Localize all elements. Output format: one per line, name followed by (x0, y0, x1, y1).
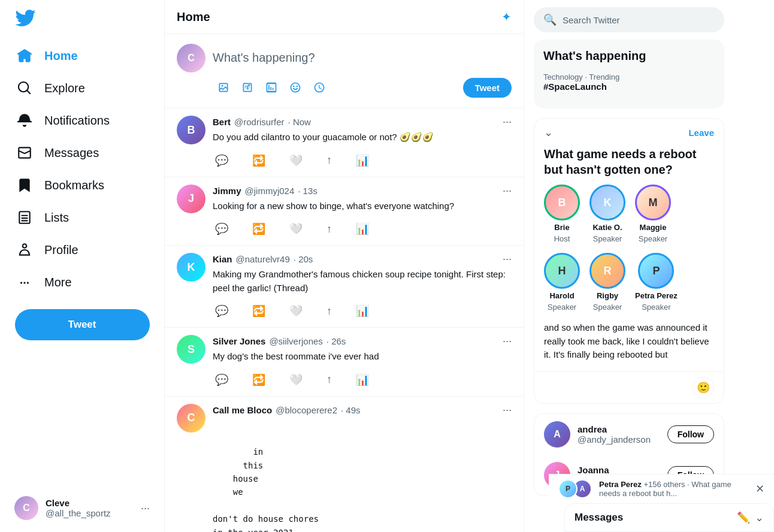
reply-btn-bert[interactable]: 💬 (213, 152, 231, 170)
analytics-icon: 📊 (356, 304, 369, 318)
share-icon: ↑ (326, 373, 332, 386)
like-btn-jimmy[interactable]: 🤍 (287, 220, 305, 238)
nav-messages[interactable]: Messages (7, 138, 157, 168)
tweet-avatar-jimmy: J (177, 185, 205, 213)
analytics-icon: 📊 (356, 154, 369, 167)
retweet-icon: 🔁 (252, 304, 265, 318)
retweet-btn-silver[interactable]: 🔁 (250, 371, 268, 389)
nav-lists[interactable]: Lists (7, 202, 157, 232)
retweet-icon: 🔁 (252, 154, 265, 167)
nav-profile[interactable]: Profile (7, 235, 157, 265)
spaces-speaker-rigby[interactable]: R Rigby Speaker (589, 253, 625, 312)
nav-profile-label: Profile (44, 243, 78, 257)
main-nav: Home Explore Notifications Messages Book… (7, 41, 157, 300)
spaces-speaker-brie[interactable]: B Brie Host (544, 185, 580, 243)
nav-explore[interactable]: Explore (7, 73, 157, 103)
analytics-btn-jimmy[interactable]: 📊 (353, 220, 371, 238)
spaces-emoji-button[interactable]: 🙂 (693, 377, 714, 398)
nav-notifications[interactable]: Notifications (7, 105, 157, 135)
profile-more-icon[interactable]: ··· (141, 502, 150, 515)
like-btn-silver[interactable]: 🤍 (287, 371, 305, 389)
tweet-name-kian: Kian (213, 254, 232, 264)
share-btn-silver[interactable]: ↑ (324, 371, 334, 389)
tweet-button[interactable]: Tweet (15, 309, 150, 340)
speaker-role-brie: Host (554, 234, 570, 243)
trending-tag: #SpaceLaunch (543, 81, 715, 92)
heart-icon: 🤍 (289, 373, 303, 386)
sparkle-icon[interactable]: ✦ (501, 10, 512, 24)
search-input[interactable] (563, 15, 715, 25)
like-btn-bert[interactable]: 🤍 (287, 152, 305, 170)
retweet-btn-bert[interactable]: 🔁 (250, 152, 268, 170)
spaces-leave-button[interactable]: Leave (688, 128, 714, 138)
share-icon: ↑ (326, 305, 332, 318)
emoji-tool[interactable] (285, 77, 306, 98)
messages-bar-header: Messages ✏️ ⌄ (565, 504, 773, 531)
compose-placeholder[interactable]: What's happening? (213, 44, 512, 72)
messages-compose-button[interactable]: ✏️ (737, 511, 750, 524)
notif-close-button[interactable]: ✕ (755, 482, 764, 495)
schedule-tool[interactable] (309, 77, 330, 98)
tweet-time-bloco: · 49s (341, 405, 361, 415)
reply-btn-jimmy[interactable]: 💬 (213, 220, 231, 238)
analytics-btn-silver[interactable]: 📊 (353, 371, 371, 389)
spaces-speaker-maggie[interactable]: M Maggie Speaker (635, 185, 671, 243)
sidebar-profile[interactable]: C Cleve @all_the_sportz ··· (7, 489, 157, 527)
image-tool[interactable] (213, 77, 234, 98)
compose-input-area: What's happening? (213, 44, 512, 98)
tweet-silver[interactable]: S Silver Jones @siilverjones · 26s ··· M… (165, 328, 524, 397)
tweet-jimmy[interactable]: J Jimmy @jimmyj024 · 13s ··· Looking for… (165, 177, 524, 246)
spaces-speaker-petra[interactable]: P Petra Perez Speaker (635, 253, 678, 312)
share-btn-kian[interactable]: ↑ (324, 302, 334, 320)
search-icon: 🔍 (543, 13, 557, 26)
trending-item-space[interactable]: Technology · Trending #SpaceLaunch (543, 72, 715, 92)
explore-icon (17, 80, 32, 96)
bookmark-icon (17, 177, 32, 193)
spaces-avatar-brie: B (544, 185, 580, 220)
spaces-avatars-row1: B Brie Host K Katie O. Speaker M Maggie … (534, 185, 724, 253)
reply-btn-kian[interactable]: 💬 (213, 302, 231, 320)
spaces-avatar-maggie: M (635, 185, 671, 220)
messages-collapse-button[interactable]: ⌄ (755, 511, 764, 524)
nav-more[interactable]: More (7, 267, 157, 297)
mail-icon (17, 145, 32, 161)
tweet-handle-bert: @rodrisurfer (234, 117, 285, 127)
notif-avatar-petra: P (558, 479, 578, 498)
tweet-more-bloco[interactable]: ··· (503, 404, 512, 416)
tweet-avatar-bert: B (177, 116, 205, 144)
spaces-chevron-icon[interactable]: ⌄ (544, 126, 553, 139)
twitter-logo[interactable] (7, 0, 157, 38)
feed-title: Home (177, 10, 210, 24)
spaces-speaker-harold[interactable]: H Harold Speaker (544, 253, 580, 312)
retweet-btn-kian[interactable]: 🔁 (250, 302, 268, 320)
follow-button-andrea[interactable]: Follow (667, 425, 714, 443)
speaker-role-maggie: Speaker (639, 234, 667, 243)
tweet-more-jimmy[interactable]: ··· (503, 185, 512, 197)
trending-category: Technology · Trending (543, 72, 715, 81)
search-input-wrap[interactable]: 🔍 (534, 7, 724, 32)
nav-home[interactable]: Home (7, 41, 157, 71)
share-btn-jimmy[interactable]: ↑ (324, 220, 334, 238)
tweet-bert[interactable]: B Bert @rodrisurfer · Now ··· Do you add… (165, 108, 524, 177)
tweet-submit-button[interactable]: Tweet (463, 78, 512, 98)
tweet-more-bert[interactable]: ··· (503, 116, 512, 128)
tweet-more-kian[interactable]: ··· (503, 253, 512, 265)
tweet-more-silver[interactable]: ··· (503, 335, 512, 347)
nav-home-label: Home (44, 49, 78, 63)
spaces-speaker-katie[interactable]: K Katie O. Speaker (589, 185, 625, 243)
speaker-role-harold: Speaker (548, 303, 576, 312)
tweet-avatar-silver: S (177, 335, 205, 364)
analytics-btn-bert[interactable]: 📊 (353, 152, 371, 170)
gif-tool[interactable] (237, 77, 258, 98)
analytics-btn-kian[interactable]: 📊 (353, 302, 371, 320)
profile-name: Cleve (46, 498, 134, 508)
retweet-btn-jimmy[interactable]: 🔁 (250, 220, 268, 238)
tweet-kian[interactable]: K Kian @naturelvr49 · 20s ··· Making my … (165, 246, 524, 328)
poll-tool[interactable] (261, 77, 282, 98)
like-btn-kian[interactable]: 🤍 (287, 302, 305, 320)
share-btn-bert[interactable]: ↑ (324, 152, 334, 170)
whats-happening-title: What's happening (543, 49, 715, 63)
reply-btn-silver[interactable]: 💬 (213, 371, 231, 389)
tweet-bloco[interactable]: C Call me Bloco @blocoperere2 · 49s ··· … (165, 397, 524, 533)
nav-bookmarks[interactable]: Bookmarks (7, 170, 157, 200)
